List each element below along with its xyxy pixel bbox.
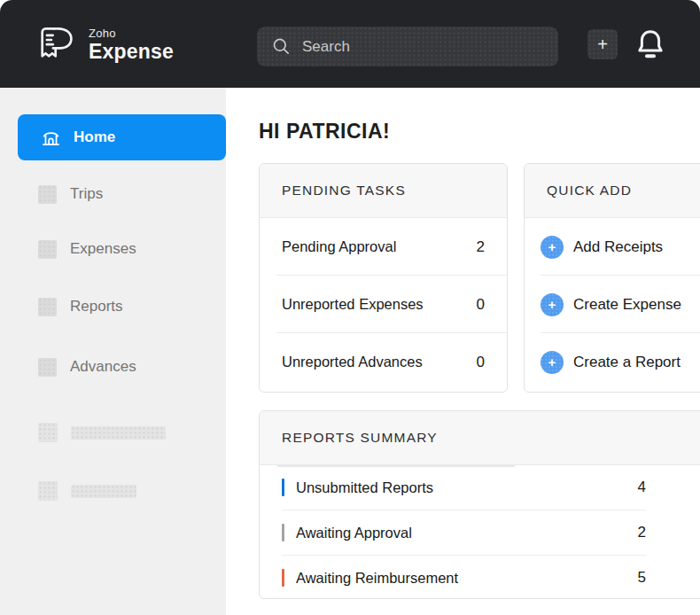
search-box[interactable] [257, 27, 558, 66]
sidebar-item-advances[interactable]: Advances [0, 357, 226, 377]
brand-text: Zoho Expense [89, 27, 174, 62]
skeleton-bar [71, 485, 136, 498]
quick-add-label: Create Expense [573, 296, 681, 314]
sidebar-item-label: Home [74, 128, 115, 146]
pending-tasks-header: PENDING TASKS [260, 164, 507, 218]
placeholder-icon [38, 358, 57, 377]
placeholder-icon [38, 185, 57, 204]
unsubmitted-reports-row[interactable]: Unsubmitted Reports 4 [282, 465, 646, 510]
quick-add-header: QUICK ADD [525, 164, 700, 218]
sidebar-item-label: Expenses [70, 240, 136, 258]
add-receipts-button[interactable]: + Add Receipts [525, 218, 700, 276]
plus-circle-icon: + [541, 236, 564, 259]
status-tick [282, 479, 284, 496]
unreported-advances-row[interactable]: Unreported Advances 0 [260, 333, 507, 391]
quick-add-title: QUICK ADD [547, 183, 632, 199]
task-count: 0 [477, 296, 485, 314]
global-add-button[interactable]: + [587, 29, 618, 59]
quick-add-label: Create a Report [573, 354, 681, 371]
status-tick [282, 524, 284, 541]
sidebar-item-reports[interactable]: Reports [0, 297, 226, 316]
placeholder-icon [38, 298, 57, 316]
sidebar-item-trips[interactable]: Trips [0, 184, 226, 204]
summary-label: Awaiting Approval [296, 525, 638, 541]
brand-logo[interactable]: Zoho Expense [34, 23, 174, 66]
main-content: HI PATRICIA! PENDING TASKS Pending Appro… [226, 88, 700, 615]
reports-summary-header: REPORTS SUMMARY [260, 411, 700, 465]
summary-label: Unsubmitted Reports [296, 479, 638, 496]
summary-count: 4 [638, 479, 646, 496]
search-icon [272, 37, 291, 56]
sidebar-item-expenses[interactable]: Expenses [0, 239, 226, 259]
unreported-expenses-row[interactable]: Unreported Expenses 0 [260, 276, 507, 333]
reports-summary-card: REPORTS SUMMARY Unsubmitted Reports 4 Aw… [259, 410, 700, 599]
quick-add-card: QUICK ADD + Add Receipts + Create Expens… [524, 163, 700, 393]
summary-count: 5 [638, 569, 646, 587]
quick-add-label: Add Receipts [573, 238, 663, 256]
status-tick [282, 569, 284, 587]
greeting-heading: HI PATRICIA! [259, 120, 390, 144]
awaiting-approval-row[interactable]: Awaiting Approval 2 [282, 510, 646, 555]
reports-summary-title: REPORTS SUMMARY [282, 430, 438, 446]
brand-name-top: Zoho [89, 27, 174, 39]
task-count: 2 [477, 238, 485, 256]
summary-label: Awaiting Reimbursement [296, 570, 638, 587]
task-label: Unreported Expenses [282, 296, 477, 313]
pending-tasks-card: PENDING TASKS Pending Approval 2 Unrepor… [259, 163, 508, 393]
skeleton-icon [38, 481, 58, 501]
pending-approval-row[interactable]: Pending Approval 2 [260, 218, 507, 276]
plus-circle-icon: + [541, 293, 564, 316]
brand-name-bottom: Expense [89, 42, 174, 62]
pending-tasks-title: PENDING TASKS [282, 183, 406, 199]
sidebar-item-label: Trips [70, 185, 103, 203]
sidebar-item-label: Reports [70, 298, 123, 315]
scroll-shadow [277, 465, 515, 467]
skeleton-icon [38, 423, 58, 442]
placeholder-icon [38, 240, 57, 259]
sidebar-item-label: Advances [70, 358, 136, 376]
create-expense-button[interactable]: + Create Expense [525, 276, 700, 333]
summary-count: 2 [638, 524, 646, 541]
sidebar-skeleton-item [0, 481, 226, 501]
sidebar: Home Trips Expenses Reports Advances [0, 88, 226, 615]
plus-icon: + [597, 35, 608, 54]
receipt-icon [34, 23, 78, 66]
sidebar-item-home[interactable]: Home [18, 114, 226, 160]
bell-icon [634, 27, 666, 62]
awaiting-reimbursement-row[interactable]: Awaiting Reimbursement 5 [282, 556, 646, 599]
plus-circle-icon: + [541, 351, 564, 374]
task-count: 0 [477, 354, 485, 371]
topbar: Zoho Expense + [0, 0, 700, 88]
home-icon [40, 127, 62, 149]
skeleton-bar [71, 426, 166, 440]
task-label: Unreported Advances [282, 354, 477, 370]
create-report-button[interactable]: + Create a Report [525, 333, 700, 391]
task-label: Pending Approval [282, 238, 477, 255]
app-window: Zoho Expense + [0, 0, 700, 615]
sidebar-skeleton-item [0, 423, 226, 442]
notifications-button[interactable] [634, 27, 666, 62]
search-input[interactable] [302, 38, 546, 56]
reports-summary-list: Unsubmitted Reports 4 Awaiting Approval … [282, 465, 646, 599]
